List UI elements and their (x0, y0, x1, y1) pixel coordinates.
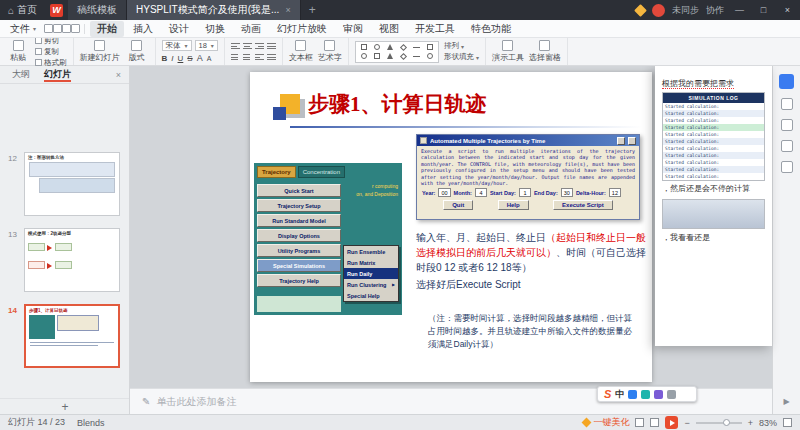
zoom-slider[interactable] (696, 422, 742, 424)
user-avatar[interactable] (652, 4, 665, 17)
rectangle-shape-icon[interactable] (361, 44, 367, 50)
align-left-button[interactable] (231, 42, 240, 50)
tab-current-doc[interactable]: HYSPLIT模式简介及使用(我是... × (127, 0, 301, 20)
slide-thumbnail-13[interactable]: 模式使用：2轨迹分型 (24, 228, 120, 292)
keyboard-icon[interactable] (641, 390, 650, 399)
slide-thumbnail-12[interactable]: 注：图形转换方法 (24, 152, 120, 216)
zoom-out-button[interactable]: − (684, 418, 689, 428)
triangle2-shape-icon[interactable] (387, 53, 393, 59)
numbering-button[interactable] (243, 53, 252, 61)
toolbox-icon[interactable] (667, 390, 676, 399)
play-slideshow-button[interactable] (665, 416, 678, 429)
underline-button[interactable]: U (178, 54, 184, 63)
tab-animation[interactable]: 动画 (234, 21, 268, 37)
diamond-shape-icon[interactable] (400, 43, 407, 50)
outline-tab[interactable]: 大纲 (12, 68, 30, 81)
selection-pane-button[interactable]: 选择窗格 (529, 40, 561, 63)
copy-button[interactable]: 复制 (35, 47, 67, 57)
justify-button[interactable] (267, 42, 276, 50)
add-slide-button[interactable]: + (0, 398, 130, 414)
wordart-button[interactable]: 艺术字 (318, 40, 342, 63)
tab-design[interactable]: 设计 (162, 21, 196, 37)
sogou-logo-icon[interactable]: S (604, 388, 611, 400)
circle2-shape-icon[interactable] (427, 53, 433, 59)
italic-button[interactable]: I (171, 54, 173, 63)
tab-developer[interactable]: 开发工具 (408, 21, 462, 37)
fit-window-icon[interactable] (783, 418, 792, 427)
maximize-button[interactable]: □ (755, 0, 772, 20)
slide-14[interactable]: 步骤1、计算日轨迹 Trajectory Concentration r com… (250, 72, 652, 382)
textbox-button[interactable]: 文本框 (289, 40, 313, 63)
slide-body-text[interactable]: 输入年、月、起始日、终止日（起始日和终止日一般选择模拟日的前后几天就可以）、时间… (416, 230, 648, 292)
normal-view-icon[interactable] (635, 418, 644, 427)
collaborate-button[interactable]: 协作 (706, 4, 724, 17)
paste-button[interactable]: 粘贴 (6, 40, 30, 63)
shrink-font-button[interactable]: A (207, 55, 212, 62)
home-tab[interactable]: ⌂ 首页 (0, 0, 45, 20)
bold-button[interactable]: B (162, 54, 168, 63)
line2-shape-icon[interactable] (413, 56, 420, 57)
comments-icon[interactable] (781, 140, 793, 152)
mic-icon[interactable] (628, 390, 637, 399)
presentation-tools-button[interactable]: 演示工具 (492, 40, 524, 63)
font-size-select[interactable]: 18 ▾ (195, 40, 218, 51)
zoom-in-button[interactable]: + (748, 418, 753, 428)
tab-close-icon[interactable]: × (285, 5, 290, 15)
tab-transitions[interactable]: 切换 (198, 21, 232, 37)
rect2-shape-icon[interactable] (374, 53, 380, 59)
bullets-button[interactable] (231, 53, 240, 61)
resources-icon[interactable] (781, 161, 793, 173)
emoji-icon[interactable] (654, 390, 663, 399)
properties-icon[interactable] (781, 98, 793, 110)
grow-font-button[interactable]: A (197, 53, 203, 63)
wps-logo-icon[interactable]: W (50, 4, 63, 17)
tab-insert[interactable]: 插入 (126, 21, 160, 37)
align-center-button[interactable] (243, 42, 252, 50)
minimize-button[interactable]: — (731, 0, 748, 20)
layout-button[interactable]: 版式 (125, 40, 149, 63)
tab-review[interactable]: 审阅 (336, 21, 370, 37)
beautify-button[interactable]: 一键美化 (583, 416, 629, 429)
new-slide-button[interactable]: 新建幻灯片 (80, 40, 120, 63)
shape-fill-button[interactable]: 形状填充▾ (444, 52, 479, 62)
format-painter-button[interactable]: 格式刷 (35, 58, 67, 68)
triangle-shape-icon[interactable] (387, 44, 393, 50)
zoom-slider-knob[interactable] (723, 419, 730, 426)
tab-view[interactable]: 视图 (372, 21, 406, 37)
slide-title[interactable]: 步骤1、计算日轨迹 (308, 90, 487, 118)
strikethrough-button[interactable]: S (187, 54, 192, 63)
save-icon[interactable] (44, 24, 53, 33)
slide-sorter-icon[interactable] (650, 418, 659, 427)
font-name-select[interactable]: 宋体 ▾ (162, 40, 192, 51)
collapse-strip-icon[interactable]: ▶ (783, 397, 789, 406)
slide-thumbnail-14-selected[interactable]: 步骤1、计算日轨迹 (24, 304, 120, 368)
slides-tab[interactable]: 幻灯片 (44, 68, 71, 82)
shape-gallery[interactable] (355, 41, 439, 63)
tab-template-doc[interactable]: 稿纸模板 (68, 0, 127, 20)
zoom-level[interactable]: 83% (759, 418, 777, 428)
indent-button[interactable] (255, 53, 264, 61)
line-spacing-button[interactable] (267, 53, 276, 61)
undo-icon[interactable] (62, 24, 71, 33)
square-shape-icon[interactable] (427, 44, 433, 50)
diamond2-shape-icon[interactable] (400, 52, 407, 59)
assistant-app-icon[interactable] (779, 74, 794, 89)
line-shape-icon[interactable] (413, 47, 420, 48)
member-diamond-icon[interactable] (634, 4, 647, 17)
arrange-button[interactable]: 排列▾ (444, 41, 479, 51)
theme-name[interactable]: Blends (77, 418, 105, 428)
align-right-button[interactable] (255, 42, 264, 50)
tab-features[interactable]: 特色功能 (464, 21, 518, 37)
circle-shape-icon[interactable] (361, 53, 367, 59)
sync-status[interactable]: 未同步 (672, 4, 699, 17)
new-tab-button[interactable]: + (301, 3, 324, 17)
chinese-mode-icon[interactable]: 中 (615, 388, 624, 401)
tab-slideshow[interactable]: 幻灯片放映 (270, 21, 334, 37)
close-button[interactable]: × (779, 0, 796, 20)
ellipse-shape-icon[interactable] (374, 44, 380, 50)
file-menu[interactable]: 文件 ▾ (0, 22, 44, 36)
notes-placeholder[interactable]: 单击此处添加备注 (156, 395, 236, 409)
slide-note-text[interactable]: （注：需要时间计算，选择时间段越多越精细，但计算占用时间越多。并且轨迹建立中所输… (428, 312, 640, 352)
tab-home[interactable]: 开始 (90, 21, 124, 37)
print-icon[interactable] (53, 24, 62, 33)
